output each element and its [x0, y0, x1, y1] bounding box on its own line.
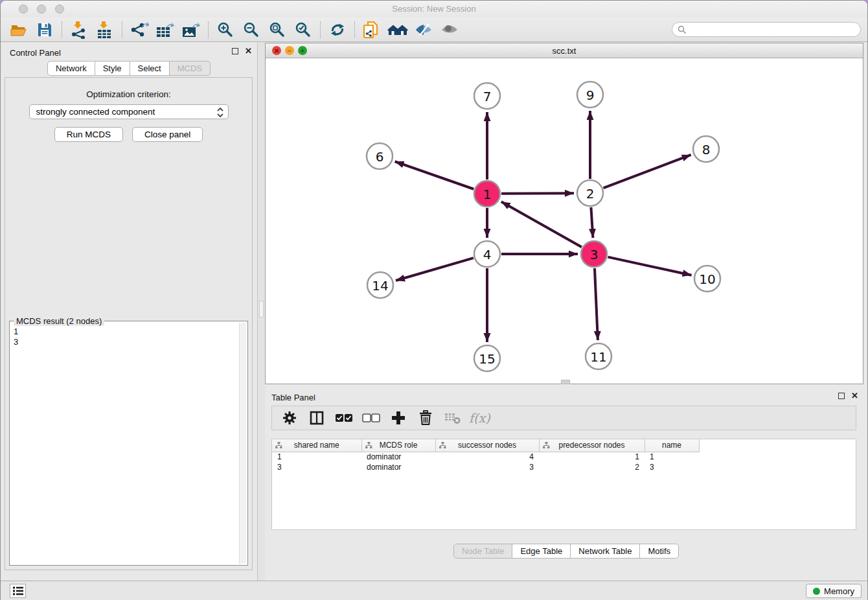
window-resize-grip[interactable]	[561, 380, 570, 384]
import-network-button[interactable]	[66, 19, 92, 40]
column-header-label: predecessor nodes	[558, 441, 624, 450]
hierarchy-icon	[275, 442, 282, 451]
mcds-result-scrollbar[interactable]	[239, 323, 246, 564]
table-toolbar: f(x)	[271, 406, 856, 430]
status-bar: Memory	[1, 581, 867, 600]
table-cell[interactable]: 4	[435, 452, 539, 462]
tab-mcds[interactable]: MCDS	[170, 61, 211, 76]
export-network-icon	[130, 21, 149, 39]
zoom-in-button[interactable]	[212, 19, 238, 40]
table-cell[interactable]: 2	[539, 462, 645, 472]
table-cell[interactable]: 3	[435, 462, 539, 472]
delete-column-button[interactable]	[415, 408, 437, 428]
optimization-criterion-select[interactable]: strongly connected component	[29, 104, 229, 119]
select-all-columns-button[interactable]	[333, 408, 355, 428]
table-cell[interactable]: dominator	[361, 462, 435, 472]
unselect-all-columns-button[interactable]	[360, 408, 382, 428]
table-row[interactable]: 3dominator323	[272, 462, 699, 472]
columns-icon	[309, 410, 325, 426]
column-header-label: shared name	[294, 441, 339, 450]
panel-divider[interactable]	[257, 43, 265, 581]
delete-table-icon	[444, 411, 461, 425]
create-column-button[interactable]	[387, 408, 409, 428]
graph-node-label-7: 7	[483, 89, 492, 104]
table-cell[interactable]: 1	[272, 452, 361, 462]
zoom-out-button[interactable]	[238, 19, 264, 40]
graph-node-label-9: 9	[586, 87, 595, 103]
column-header-label: name	[662, 441, 681, 450]
table-cell[interactable]: 3	[645, 462, 699, 472]
column-header-shared-name[interactable]: shared name	[272, 439, 361, 452]
checked-boxes-icon	[335, 413, 353, 422]
graph-edge-3-11[interactable]	[595, 268, 598, 340]
divider-handle[interactable]	[259, 301, 264, 317]
table-settings-button[interactable]	[279, 408, 301, 428]
tab-node-table[interactable]: Node Table	[453, 544, 513, 559]
export-image-icon	[181, 21, 201, 39]
tab-select[interactable]: Select	[130, 61, 170, 76]
zoom-fit-button[interactable]	[264, 19, 290, 40]
export-network-button[interactable]	[126, 19, 152, 40]
delete-table-button[interactable]	[442, 408, 464, 428]
tab-edge-table[interactable]: Edge Table	[512, 544, 571, 559]
table-cell[interactable]: dominator	[361, 452, 435, 462]
table-cell[interactable]: 1	[645, 452, 699, 462]
column-header-name[interactable]: name	[645, 439, 699, 452]
mcds-result-text[interactable]: 1 3	[14, 327, 238, 564]
zoom-selected-button[interactable]	[290, 19, 316, 40]
graph-edge-1-2[interactable]	[501, 193, 574, 194]
tab-network-table[interactable]: Network Table	[571, 544, 640, 559]
graph-node-label-14: 14	[372, 278, 388, 294]
search-input[interactable]	[687, 24, 860, 36]
table-panel-title: Table Panel	[271, 393, 315, 402]
close-panel-icon[interactable]: ✕	[851, 393, 858, 399]
float-panel-icon[interactable]	[838, 393, 845, 399]
save-session-button[interactable]	[32, 19, 58, 40]
function-builder-button[interactable]: f(x)	[469, 411, 490, 425]
network-canvas[interactable]: 1234678910111415	[266, 58, 863, 384]
memory-button[interactable]: Memory	[806, 584, 862, 598]
close-panel-icon[interactable]: ✕	[245, 48, 252, 54]
show-column-button[interactable]	[306, 408, 328, 428]
tab-network[interactable]: Network	[47, 61, 95, 76]
graph-edge-3-1[interactable]	[501, 202, 582, 247]
float-panel-icon[interactable]	[232, 48, 238, 54]
network-window-titlebar[interactable]: ✕ − + scc.txt	[266, 43, 863, 58]
column-header-predecessor-nodes[interactable]: predecessor nodes	[539, 439, 645, 452]
import-table-button[interactable]	[92, 19, 118, 40]
table-cell[interactable]: 1	[539, 452, 645, 462]
graph-edge-1-6[interactable]	[395, 161, 474, 189]
network-window: ✕ − + scc.txt 1234678910111415	[265, 43, 863, 384]
first-neighbors-button[interactable]	[385, 19, 411, 40]
search-field[interactable]	[672, 22, 861, 37]
close-panel-button[interactable]: Close panel	[132, 127, 203, 142]
tab-motifs[interactable]: Motifs	[640, 544, 679, 559]
toolbar-separator	[208, 21, 209, 38]
table-tabs: Node Table Edge Table Network Table Moti…	[265, 544, 867, 559]
control-panel-title: Control Panel	[10, 48, 61, 58]
task-history-button[interactable]	[10, 584, 26, 598]
run-mcds-button[interactable]: Run MCDS	[54, 127, 123, 142]
toolbar-separator	[122, 21, 122, 38]
table-cell[interactable]: 3	[272, 462, 361, 472]
open-session-button[interactable]	[6, 19, 32, 40]
level-of-detail-button[interactable]	[437, 19, 463, 40]
clone-network-icon	[363, 20, 381, 40]
graph-edge-2-3[interactable]	[591, 207, 593, 238]
column-header-label: MCDS role	[380, 441, 418, 450]
hierarchy-icon	[543, 442, 550, 451]
graph-node-label-3: 3	[590, 247, 599, 262]
graph-edge-3-10[interactable]	[608, 257, 691, 275]
table-row[interactable]: 1dominator411	[272, 452, 699, 462]
tab-style[interactable]: Style	[95, 61, 130, 76]
show-hide-graphics-button[interactable]	[411, 19, 437, 40]
mcds-panel: Optimization criterion: strongly connect…	[5, 77, 253, 570]
clone-network-button[interactable]	[359, 19, 385, 40]
refresh-view-button[interactable]	[325, 19, 350, 40]
graph-edge-2-8[interactable]	[604, 155, 691, 188]
export-table-button[interactable]	[152, 19, 178, 40]
column-header-successor-nodes[interactable]: successor nodes	[435, 439, 539, 452]
export-image-button[interactable]	[178, 19, 204, 40]
column-header-MCDS-role[interactable]: MCDS role	[361, 439, 435, 452]
graph-edge-4-14[interactable]	[396, 258, 474, 281]
